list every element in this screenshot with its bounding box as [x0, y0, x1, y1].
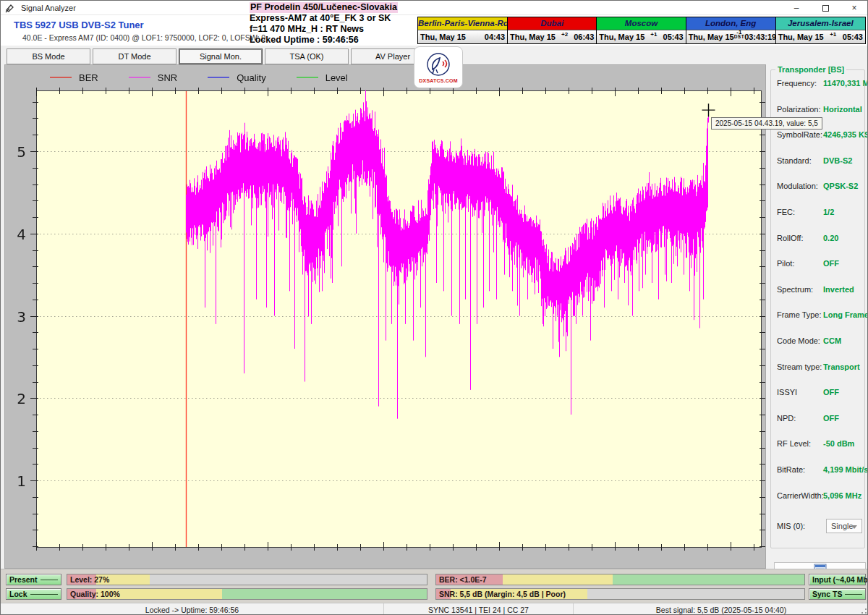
bar-segment: [222, 589, 427, 599]
bar-segment: [587, 589, 804, 599]
field-label: FEC:: [777, 208, 823, 216]
indicator-sync-ts: Sync TS: [809, 588, 866, 600]
bar-label: Quality: 100%: [70, 590, 120, 598]
signal-analyzer-window: Signal Analyzer – × TBS 5927 USB DVB-S2 …: [0, 0, 868, 615]
field-label: BitRate:: [777, 465, 823, 474]
clock-city-label: London, Eng: [686, 17, 775, 30]
close-button[interactable]: ×: [840, 1, 868, 15]
field-value: OFF: [823, 259, 839, 268]
field-spectrum-: Spectrum:Inverted: [777, 285, 862, 294]
legend-label: BER: [79, 72, 98, 83]
field-polarization-: Polarization:Horizontal: [777, 105, 862, 114]
field-value: 4246,935 KS/s: [823, 130, 868, 139]
legend-line: [50, 77, 72, 78]
app-icon: [5, 3, 15, 13]
tab-signal-mon-[interactable]: Signal Mon.: [179, 48, 263, 64]
field-label: RollOff:: [777, 234, 823, 242]
clock-hours: 06:43: [574, 33, 594, 41]
tab-tsa-ok-[interactable]: TSA (OK): [265, 48, 349, 64]
maximize-button[interactable]: [811, 1, 840, 15]
field-value: OFF: [823, 414, 839, 423]
field-fec-: FEC:1/2: [777, 208, 862, 216]
clock-date: Thu, May 15: [510, 33, 556, 41]
field-bitrate-: BitRate:4,199 Mbit/s: [777, 465, 862, 474]
tab-bs-mode[interactable]: BS Mode: [7, 48, 90, 64]
clock-hours: 05:43: [663, 33, 684, 41]
field-value: 0.20: [823, 234, 838, 242]
clock-jerusalem-israel: Jerusalem-IsraelThu, May 15+105:43: [776, 17, 865, 43]
field-label: Frame Type:: [777, 310, 823, 319]
clock-moscow: MoscowThu, May 15+105:43: [597, 17, 686, 43]
chart-legend: BERSNRQualityLevel: [50, 69, 348, 86]
clock-date: Thu, May 15: [599, 33, 644, 41]
field-stream-type-: Stream type:Transport: [777, 362, 862, 371]
field-carrierwidth-: CarrierWidth:5,096 MHz: [777, 491, 862, 500]
chart-panel: BERSNRQualityLevel: [4, 64, 766, 569]
field-value: Inverted: [823, 285, 854, 294]
field-label: Standard:: [777, 156, 823, 165]
field-label: Pilot:: [777, 259, 823, 268]
mis-label: MIS (0):: [777, 522, 823, 530]
chevron-down-icon: [851, 525, 857, 529]
field-value: Transport: [823, 362, 860, 371]
indicator-lock: Lock: [6, 588, 61, 600]
clock-hours: 04:43: [485, 33, 505, 41]
titlebar: Signal Analyzer – ×: [1, 1, 868, 15]
field-pilot-: Pilot:OFF: [777, 259, 862, 268]
legend-item-snr: SNR: [129, 72, 177, 83]
indicator-present: Present: [6, 574, 61, 585]
transponder-groupbox: Transponder [BS] Frequency:11470,331 MHz…: [770, 69, 865, 548]
tab-dt-mode[interactable]: DT Mode: [93, 48, 176, 64]
clock-utc-offset: +1: [644, 31, 663, 38]
bar-level: Level: 27%: [67, 574, 427, 585]
clock-time: Thu, May 15+105:43: [776, 30, 865, 43]
clock-date: Thu, May 15: [420, 33, 466, 41]
world-clocks: Berlin-Paris-Vienna-RomaThu, May 1504:43…: [417, 17, 866, 44]
minimize-button[interactable]: –: [782, 1, 811, 15]
field-value: 1/2: [823, 208, 834, 216]
field-code-mode-: Code Mode:CCM: [777, 336, 862, 345]
field-rolloff-: RollOff:0.20: [777, 234, 862, 242]
transponder-sidebar: Transponder [BS] Frequency:11470,331 MHz…: [769, 64, 867, 569]
field-npd-: NPD:OFF: [777, 414, 862, 423]
clock-hours: 05:43: [843, 33, 863, 41]
chart-tooltip: 2025-05-15 04.43.19, value: 5,5: [711, 117, 822, 130]
bar-label: SNR: 5,5 dB (Margin: 4,5 dB | Poor): [439, 590, 566, 598]
clock-utc-offset: +2: [556, 31, 574, 38]
clock-time: Thu, May 1504:43: [418, 30, 507, 43]
dxsatcs-logo: DXSATCS.COM: [414, 46, 463, 88]
clock-utc-offset: -1DST: [734, 29, 745, 39]
field-label: ISSYI: [777, 388, 823, 396]
indicator-strip: PresentLevel: 27%BER: <1.0E-7Input (~4,0…: [1, 569, 868, 603]
tuner-name: TBS 5927 USB DVB-S2 Tuner: [14, 20, 144, 30]
field-value: 5,096 MHz: [823, 491, 861, 500]
field-label: NPD:: [777, 414, 823, 423]
snr-chart[interactable]: [5, 65, 765, 568]
field-value: QPSK-S2: [823, 182, 858, 190]
bar-label: Level: 27%: [70, 575, 109, 584]
clock-utc-offset: +1: [824, 31, 843, 38]
bar-label: BER: <1.0E-7: [439, 575, 487, 584]
bar-segment: [503, 574, 613, 585]
clock-city-label: Berlin-Paris-Vienna-Roma: [418, 17, 507, 30]
resize-grip[interactable]: [859, 606, 867, 614]
clock-city-label: Moscow: [597, 17, 685, 30]
legend-line: [129, 77, 150, 78]
field-value: DVB-S2: [823, 156, 852, 165]
field-label: Spectrum:: [777, 285, 823, 294]
field-value: Long Frame: [823, 310, 868, 319]
site-line2: Express-AM7 at 40°E_FK 3 or SK: [250, 13, 417, 24]
mis-dropdown[interactable]: Single: [826, 519, 862, 533]
field-value: 11470,331 MHz: [823, 79, 868, 88]
clock-date: Thu, May 15: [689, 33, 734, 41]
field-value: Horizontal: [823, 105, 862, 114]
legend-label: Level: [326, 72, 348, 83]
clock-city-label: Jerusalem-Israel: [776, 17, 865, 30]
indicator-row: LockQuality: 100%SNR: 5,5 dB (Margin: 4,…: [1, 588, 868, 600]
field-value: 4,199 Mbit/s: [823, 465, 868, 474]
legend-line: [208, 77, 229, 78]
clock-hours: 03:43:19: [744, 33, 776, 41]
legend-label: Quality: [237, 72, 265, 83]
legend-item-ber: BER: [50, 72, 98, 83]
legend-line: [297, 77, 318, 78]
